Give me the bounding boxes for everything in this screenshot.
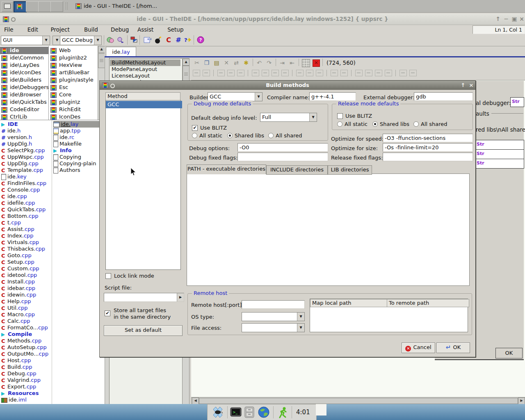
file-item[interactable]: CConsole.cpp xyxy=(1,187,50,193)
chevron-right-icon[interactable]: ▶ xyxy=(177,293,184,301)
preview-str-field-2[interactable]: Str xyxy=(475,149,524,159)
file-item[interactable]: Authors xyxy=(53,167,103,173)
file-item[interactable]: CQuickTabs.cpp xyxy=(1,206,50,213)
align-tool-icon[interactable] xyxy=(331,70,338,76)
package-item[interactable]: ide\IconDes xyxy=(0,69,48,76)
preview-str-field-3[interactable]: Str xyxy=(475,159,524,169)
file-item[interactable]: ide.iml xyxy=(1,397,50,403)
package-item[interactable]: IconDes xyxy=(49,113,97,120)
path-map-table[interactable]: Map local path To remote path xyxy=(310,299,468,332)
file-item[interactable]: Copying xyxy=(53,154,103,160)
directories-list[interactable] xyxy=(187,173,470,286)
package-item[interactable]: plugin\z xyxy=(49,98,97,106)
scroll-up-icon[interactable]: ▲ xyxy=(98,46,105,53)
align-tool-icon[interactable] xyxy=(306,70,313,76)
main-config-combo[interactable]: GUI ▼ xyxy=(1,36,50,45)
package-item[interactable]: Esc xyxy=(49,84,97,91)
scrollbar-thumb[interactable] xyxy=(98,53,105,68)
close-icon[interactable]: × xyxy=(518,16,525,22)
file-item[interactable]: ▶IDE xyxy=(1,121,50,128)
preview-str-field-1[interactable]: Str xyxy=(475,140,524,150)
align-tool-icon[interactable] xyxy=(355,70,363,76)
taskbar-empty-button-3[interactable] xyxy=(50,1,63,12)
file-item[interactable]: CBuild.cpp xyxy=(1,364,50,370)
align-tool-icon[interactable] xyxy=(193,70,200,76)
file-item[interactable]: Cidefile.cpp xyxy=(1,200,50,206)
help-icon[interactable]: ? xyxy=(196,36,205,45)
package-item[interactable]: ide\Browser xyxy=(0,91,48,98)
align-tool-icon[interactable] xyxy=(252,70,259,76)
roll-up-icon[interactable]: ↑ xyxy=(460,82,466,88)
debug-info-level-dropdown[interactable]: Full ▼ xyxy=(260,113,317,122)
file-item[interactable]: CFindInFiles.cpp xyxy=(1,180,50,187)
package-item[interactable]: ide\QuickTabs xyxy=(0,98,48,106)
layout-item[interactable]: BuildMethodsLayout xyxy=(110,59,180,66)
topic-icon[interactable]: # xyxy=(174,36,183,45)
xfce-menu-icon[interactable] xyxy=(212,406,224,420)
tab-include[interactable]: INCLUDE directories xyxy=(266,165,328,175)
align-tool-icon[interactable] xyxy=(409,70,417,76)
file-item[interactable]: ▶Compile xyxy=(1,331,50,338)
grid-toggle-icon[interactable] xyxy=(302,59,310,67)
delete-icon[interactable]: ✕ xyxy=(222,59,231,67)
redo-icon[interactable]: ↷ xyxy=(265,59,273,67)
file-item[interactable]: Makefile xyxy=(53,141,103,147)
file-item[interactable]: app.tpp xyxy=(53,128,103,134)
file-item[interactable]: CExport.cpp xyxy=(1,383,50,390)
run-application-icon[interactable] xyxy=(276,406,289,420)
set-as-default-button[interactable]: Set as default xyxy=(104,325,183,336)
release-fixed-flags-field[interactable] xyxy=(383,153,473,161)
scrollbar-thumb[interactable] xyxy=(199,398,518,404)
file-item[interactable]: CHelp.cpp xyxy=(1,298,50,305)
file-item[interactable]: Ct.cpp xyxy=(1,219,50,226)
file-item[interactable]: CSelectPkg.cpp xyxy=(1,147,50,154)
compiler-name-field[interactable]: g++-4.1 xyxy=(309,92,356,101)
minimize-icon[interactable]: ─ xyxy=(503,16,509,22)
align-tool-icon[interactable] xyxy=(217,70,225,76)
file-item[interactable]: ▶Resources xyxy=(1,390,50,397)
web-browser-icon[interactable] xyxy=(258,406,270,420)
store-target-checkbox[interactable]: ✔ xyxy=(105,310,110,316)
cut-icon[interactable]: ✂ xyxy=(193,59,201,67)
maximize-icon[interactable]: ▣ xyxy=(511,16,518,22)
file-item[interactable]: CUtil.cpp xyxy=(1,305,50,311)
scroll-left-icon[interactable]: ◀ xyxy=(192,397,199,404)
align-tool-icon[interactable] xyxy=(399,70,407,76)
align-tool-icon[interactable] xyxy=(203,70,210,76)
file-item[interactable]: ide.key xyxy=(1,173,50,180)
add-item-icon[interactable]: ✱ xyxy=(242,59,250,67)
main-titlebar[interactable]: ide - GUI - TheIDE - [/home/can/upp/upps… xyxy=(0,14,525,25)
file-item[interactable]: Cidetool.cpp xyxy=(1,272,50,278)
menu-assist[interactable]: Assist xyxy=(136,26,155,33)
os-type-dropdown[interactable]: ▼ xyxy=(242,312,305,321)
align-tool-icon[interactable] xyxy=(237,70,244,76)
package-item[interactable]: ide xyxy=(0,47,48,54)
package-item[interactable]: plugin/astyle xyxy=(49,76,97,84)
preview-ok-button[interactable]: OK xyxy=(495,348,523,358)
file-item[interactable]: CVirtuals.cpp xyxy=(1,239,50,246)
file-item[interactable]: CFormatCo...cpp xyxy=(1,324,50,331)
task-item-label[interactable]: ide - GUI - TheIDE - [/hom... xyxy=(84,3,157,9)
file-item[interactable]: #version.h xyxy=(1,134,50,141)
file-item[interactable]: CInstall.cpp xyxy=(1,278,50,285)
release-shared-libs-radio[interactable] xyxy=(372,121,378,127)
method-dropdown-button[interactable]: ▼ xyxy=(52,36,61,45)
scroll-right-icon[interactable]: ▶ xyxy=(518,397,525,404)
menu-build[interactable]: Build xyxy=(82,26,100,33)
align-tool-icon[interactable] xyxy=(375,70,382,76)
builder-dropdown[interactable]: GCC ▼ xyxy=(208,92,262,101)
release-all-static-radio[interactable] xyxy=(337,121,342,127)
file-item[interactable]: CValgrind.cpp xyxy=(1,377,50,383)
ok-button[interactable]: ↵OK xyxy=(436,342,470,353)
debug-all-shared-radio[interactable] xyxy=(268,133,274,138)
file-item[interactable]: ide.rc xyxy=(53,134,103,141)
package-item[interactable]: Web xyxy=(49,47,97,54)
menu-debug[interactable]: Debug xyxy=(109,26,130,33)
dialog-titlebar[interactable]: Build methods ↑ × xyxy=(100,81,475,90)
file-item[interactable]: CMethods.cpp xyxy=(1,338,50,344)
insert-after-icon[interactable]: ⇤ xyxy=(288,59,296,67)
cpp-check-icon[interactable]: C xyxy=(164,36,173,45)
chevron-down-icon[interactable]: ▼ xyxy=(255,93,262,101)
file-item[interactable]: Copying-plain xyxy=(53,160,103,167)
terminal-icon[interactable]: >_ xyxy=(230,407,242,419)
